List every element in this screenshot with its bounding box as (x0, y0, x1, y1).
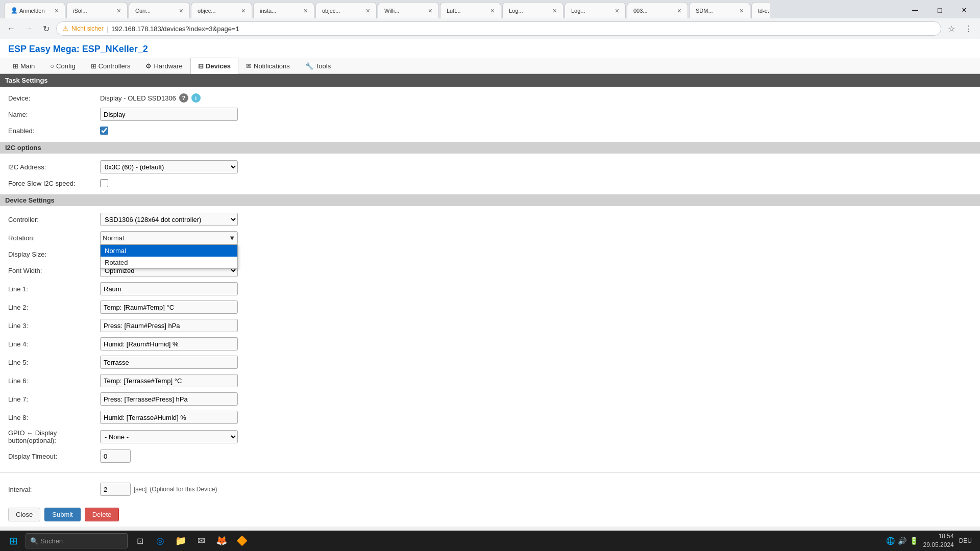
display-timeout-row: Display Timeout: (8, 447, 972, 465)
i2c-options-header: I2C options (0, 142, 980, 154)
line7-input[interactable] (100, 392, 238, 406)
i2c-address-select[interactable]: 0x3C (60) - (default) (100, 160, 238, 173)
controllers-icon: ⊞ (91, 62, 96, 70)
rotation-option-rotated[interactable]: Rotated (101, 257, 237, 268)
browser-tab-9[interactable]: Log... × (565, 2, 626, 18)
display-timeout-input[interactable] (100, 449, 131, 463)
browser-tab-4[interactable]: insta... × (253, 2, 314, 18)
browser-tab-3[interactable]: objec... × (191, 2, 252, 18)
tab-close-icon-11[interactable]: × (740, 7, 744, 15)
task-settings-header: Task Settings (0, 74, 980, 87)
tab-controllers[interactable]: ⊞ Controllers (83, 58, 138, 74)
tab-close-icon-9[interactable]: × (615, 7, 619, 15)
controller-row: Controller: SSD1306 (128x64 dot controll… (8, 210, 972, 229)
browser-tabs-bar: 👤 Anmelden × iSol... × Curr... × objec..… (0, 0, 980, 18)
tab-close-icon-2[interactable]: × (179, 7, 183, 15)
page-content: ESP Easy Mega: ESP_NKeller_2 ⊞ Main ○ Co… (0, 39, 980, 527)
device-settings-header: Device Settings (0, 194, 980, 206)
tab-close-icon-5[interactable]: × (366, 7, 370, 15)
tab-config[interactable]: ○ Config (42, 58, 83, 74)
browser-tab-7[interactable]: Luft... × (440, 2, 501, 18)
browser-tab-10[interactable]: 003... × (627, 2, 688, 18)
interval-label: Interval: (8, 486, 100, 493)
controller-label: Controller: (8, 216, 100, 223)
force-slow-checkbox[interactable] (100, 179, 108, 187)
device-row: Device: Display - OLED SSD1306 ? i (8, 91, 972, 105)
bookmark-button[interactable]: ☆ (944, 21, 959, 36)
display-timeout-label: Display Timeout: (8, 453, 100, 460)
interval-form: Interval: [sec] (Optional for this Devic… (0, 476, 980, 503)
tab-close-icon-4[interactable]: × (304, 7, 308, 15)
menu-button[interactable]: ⋮ (962, 21, 976, 36)
tab-close-icon-10[interactable]: × (677, 7, 681, 15)
line8-input[interactable] (100, 411, 238, 424)
line6-input[interactable] (100, 374, 238, 387)
tab-close-icon-3[interactable]: × (241, 7, 246, 15)
browser-tab-12[interactable]: td-e... × (751, 2, 770, 18)
browser-tab-5[interactable]: objec... × (315, 2, 377, 18)
action-buttons: Close Submit Delete (0, 503, 980, 527)
device-info-badge[interactable]: i (191, 93, 201, 103)
interval-input[interactable] (100, 483, 131, 496)
tab-devices[interactable]: ⊟ Devices (190, 58, 238, 74)
tab-close-icon-6[interactable]: × (428, 7, 432, 15)
line2-input[interactable] (100, 300, 238, 314)
enabled-checkbox[interactable] (100, 127, 108, 135)
tools-icon: 🔧 (305, 62, 313, 70)
line8-row: Line 8: (8, 408, 972, 427)
browser-tab-2[interactable]: Curr... × (129, 2, 190, 18)
tab-close-icon-7[interactable]: × (491, 7, 495, 15)
tab-main[interactable]: ⊞ Main (5, 58, 42, 74)
i2c-options-form: I2C Address: 0x3C (60) - (default) Force… (0, 154, 980, 194)
interval-unit: [sec] (134, 486, 146, 493)
browser-tab-11[interactable]: SDM... × (689, 2, 750, 18)
tab-close-icon-8[interactable]: × (553, 7, 557, 15)
gpio-select[interactable]: - None - (100, 430, 238, 443)
devices-icon: ⊟ (198, 62, 204, 70)
enabled-label: Enabled: (8, 127, 100, 135)
browser-toolbar: ← → ↻ ⚠ Nicht sicher | 192.168.178.183/d… (0, 18, 980, 39)
back-button[interactable]: ← (4, 21, 18, 36)
line1-label: Line 1: (8, 285, 100, 293)
line3-input[interactable] (100, 319, 238, 332)
rotation-option-normal[interactable]: Normal (101, 245, 237, 257)
tab-notifications[interactable]: ✉ Notifications (238, 58, 298, 74)
gpio-label: GPIO ← Display button(optional): (8, 429, 100, 444)
tab-tools[interactable]: 🔧 Tools (298, 58, 338, 74)
tab-hardware[interactable]: ⚙ Hardware (138, 58, 190, 74)
tab-close-icon-0[interactable]: × (55, 7, 59, 15)
device-label: Device: (8, 94, 100, 102)
line5-input[interactable] (100, 356, 238, 369)
tab-close-icon-1[interactable]: × (117, 7, 121, 15)
interval-note: (Optional for this Device) (150, 486, 217, 493)
delete-button[interactable]: Delete (85, 508, 119, 521)
forward-button[interactable]: → (21, 21, 36, 36)
browser-tab-1[interactable]: iSol... × (66, 2, 128, 18)
window-close-button[interactable]: × (952, 2, 976, 18)
task-settings-form: Device: Display - OLED SSD1306 ? i Name:… (0, 87, 980, 142)
browser-tab-0[interactable]: 👤 Anmelden × (4, 2, 65, 18)
line1-input[interactable] (100, 282, 238, 295)
interval-row: Interval: [sec] (Optional for this Devic… (8, 480, 972, 498)
submit-button[interactable]: Submit (44, 508, 80, 521)
url-separator: | (107, 25, 108, 33)
browser-tab-8[interactable]: Log... × (502, 2, 564, 18)
window-maximize-button[interactable]: □ (928, 2, 951, 18)
device-value: Display - OLED SSD1306 (100, 94, 176, 102)
controller-select[interactable]: SSD1306 (128x64 dot controller) (100, 213, 238, 226)
line3-label: Line 3: (8, 322, 100, 330)
line4-input[interactable] (100, 337, 238, 350)
line6-label: Line 6: (8, 377, 100, 385)
chevron-down-icon: ▼ (229, 234, 235, 242)
browser-tab-6[interactable]: Willi... × (378, 2, 439, 18)
window-minimize-button[interactable]: ─ (903, 2, 927, 18)
font-width-label: Font Width: (8, 267, 100, 274)
rotation-container: Normal ▼ Normal Rotated (100, 231, 238, 244)
device-help-badge[interactable]: ? (179, 93, 188, 103)
reload-button[interactable]: ↻ (39, 21, 53, 36)
close-button[interactable]: Close (8, 508, 40, 521)
name-input[interactable] (100, 108, 238, 121)
address-bar[interactable]: ⚠ Nicht sicher | 192.168.178.183/devices… (56, 21, 941, 36)
rotation-dropdown-button[interactable]: Normal ▼ (100, 231, 238, 244)
main-icon: ⊞ (13, 62, 18, 70)
